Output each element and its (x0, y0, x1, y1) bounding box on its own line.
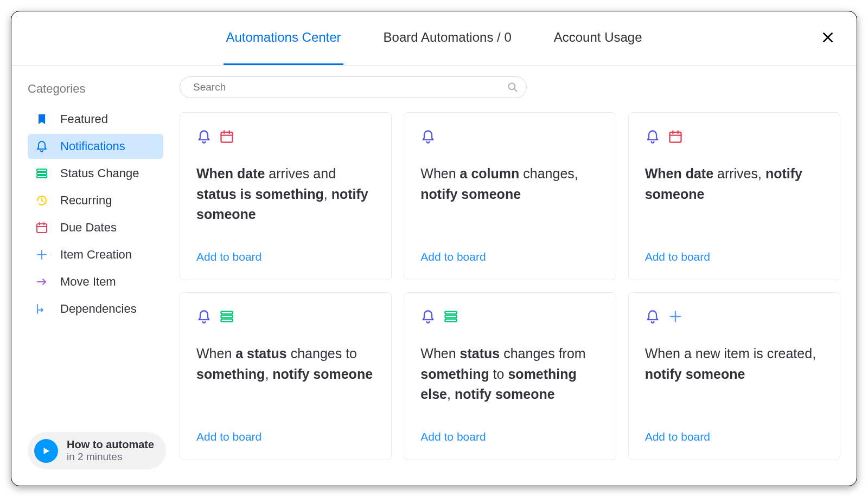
automation-card: When a new item is created, notify someo… (628, 292, 840, 460)
recipe-text: When a column changes, notify someone (420, 164, 599, 250)
sidebar-item-move-item[interactable]: Move Item (28, 269, 163, 294)
automation-card: When date arrives and status is somethin… (180, 112, 392, 280)
status-icon (219, 309, 234, 324)
svg-rect-7 (221, 312, 233, 314)
svg-rect-12 (445, 319, 457, 322)
recurring-icon (35, 194, 48, 207)
sidebar-item-due-dates[interactable]: Due Dates (28, 215, 163, 240)
svg-rect-0 (37, 169, 47, 171)
close-button[interactable] (821, 30, 835, 47)
main-panel: When date arrives and status is somethin… (169, 66, 857, 486)
sidebar-item-recurring[interactable]: Recurring (28, 188, 163, 213)
svg-rect-9 (221, 319, 233, 322)
bell-icon (420, 309, 436, 324)
svg-rect-3 (37, 224, 47, 233)
bell-icon (196, 129, 212, 144)
close-icon (821, 30, 835, 44)
plus-icon (35, 248, 48, 261)
recipe-text: When date arrives and status is somethin… (196, 164, 375, 250)
sidebar-item-label: Item Creation (60, 248, 132, 262)
recipe-text: When a new item is created, notify someo… (645, 344, 824, 430)
tab-bar: Automations CenterBoard Automations / 0A… (224, 11, 644, 65)
status-icon (35, 167, 48, 180)
add-to-board-link[interactable]: Add to board (420, 250, 599, 263)
status-icon (443, 309, 458, 324)
svg-rect-1 (37, 172, 47, 175)
bookmark-icon (35, 113, 48, 126)
svg-rect-10 (445, 312, 457, 314)
sidebar-item-status-change[interactable]: Status Change (28, 161, 163, 186)
sidebar-item-label: Due Dates (60, 221, 117, 235)
bell-icon (645, 129, 660, 144)
sidebar-item-notifications[interactable]: Notifications (28, 134, 163, 159)
sidebar-item-label: Move Item (60, 275, 116, 289)
tab-2[interactable]: Account Usage (552, 11, 644, 65)
calendar-icon (219, 129, 234, 144)
play-icon (34, 439, 58, 463)
automation-card: When status changes from something to so… (404, 292, 616, 460)
tab-0[interactable]: Automations Center (224, 11, 343, 65)
sidebar-item-label: Notifications (60, 139, 125, 153)
bell-icon (35, 140, 48, 153)
svg-rect-2 (37, 176, 47, 178)
arrow-icon (35, 275, 48, 288)
how-to-automate-button[interactable]: How to automate in 2 minutes (28, 432, 166, 469)
add-to-board-link[interactable]: Add to board (196, 250, 375, 263)
bell-icon (420, 129, 436, 144)
sidebar-item-label: Featured (60, 112, 108, 126)
header: Automations CenterBoard Automations / 0A… (11, 11, 857, 66)
automation-card: When date arrives, notify someoneAdd to … (628, 112, 840, 280)
add-to-board-link[interactable]: Add to board (645, 430, 824, 443)
categories-title: Categories (28, 82, 163, 96)
plus-icon (668, 309, 683, 324)
automation-card: When a status changes to something, noti… (180, 292, 392, 460)
sidebar-item-label: Status Change (60, 166, 139, 180)
sidebar-item-dependencies[interactable]: Dependencies (28, 296, 163, 321)
dependency-icon (35, 302, 48, 315)
sidebar-item-label: Dependencies (60, 302, 137, 316)
svg-rect-5 (221, 132, 233, 143)
bell-icon (196, 309, 212, 324)
svg-rect-8 (221, 315, 233, 318)
sidebar: Categories FeaturedNotificationsStatus C… (11, 66, 169, 486)
sidebar-item-label: Recurring (60, 193, 112, 208)
add-to-board-link[interactable]: Add to board (420, 430, 599, 443)
search-input[interactable] (180, 76, 527, 98)
recipe-text: When status changes from something to so… (420, 344, 599, 430)
howto-line1: How to automate (67, 438, 154, 451)
sidebar-item-featured[interactable]: Featured (28, 107, 163, 132)
recipe-text: When a status changes to something, noti… (196, 344, 375, 430)
recipe-text: When date arrives, notify someone (645, 164, 824, 250)
add-to-board-link[interactable]: Add to board (645, 250, 824, 263)
sidebar-item-item-creation[interactable]: Item Creation (28, 242, 163, 267)
howto-line2: in 2 minutes (67, 451, 154, 463)
add-to-board-link[interactable]: Add to board (196, 430, 375, 443)
calendar-icon (668, 129, 683, 144)
svg-rect-6 (669, 132, 681, 143)
svg-rect-11 (445, 315, 457, 318)
calendar-icon (35, 221, 48, 234)
bell-icon (645, 309, 660, 324)
automation-card: When a column changes, notify someoneAdd… (404, 112, 616, 280)
tab-1[interactable]: Board Automations / 0 (381, 11, 514, 65)
